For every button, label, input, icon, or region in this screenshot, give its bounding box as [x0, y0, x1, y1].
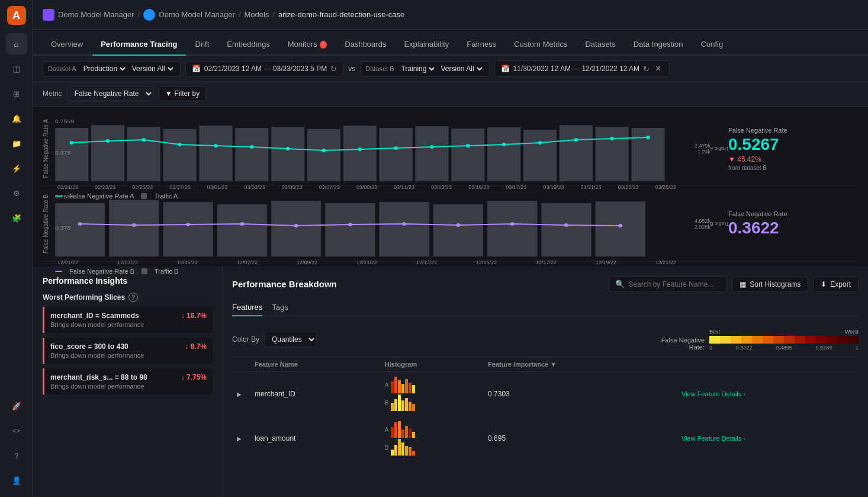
chart-b-legend: False Negative Rate B Traffic B: [55, 265, 679, 277]
chart-b-canvas: 0.7559 0.378 12/01/2212/03/2212/05/2212/…: [55, 191, 679, 256]
refresh-icon-a[interactable]: ↻: [330, 65, 337, 73]
tab-tags[interactable]: Tags: [272, 299, 288, 316]
svg-rect-37: [109, 200, 159, 256]
dataset-b-filter: Dataset B Training Version All: [360, 61, 489, 76]
sidebar-item-home[interactable]: ⌂: [6, 33, 27, 54]
svg-point-31: [574, 138, 578, 142]
expand-cell-0[interactable]: ▶: [232, 372, 250, 416]
svg-rect-14: [560, 125, 593, 181]
dataset-a-env-select[interactable]: Production: [81, 64, 127, 73]
tab-embeddings[interactable]: Embeddings: [218, 34, 278, 56]
chart-a-stat-value: 0.5267: [728, 135, 779, 154]
charts-area: False Negative Rate A: [33, 107, 868, 267]
view-feature-details-link-0[interactable]: View Feature Details ›: [681, 390, 854, 397]
svg-point-23: [286, 147, 290, 150]
search-input[interactable]: [628, 280, 721, 288]
view-feature-details-link-1[interactable]: View Feature Details ›: [681, 435, 854, 442]
chart-b-y-right-label: Traffic B: [709, 221, 729, 227]
tab-overview[interactable]: Overview: [43, 34, 91, 56]
svg-rect-3: [163, 129, 197, 181]
svg-point-53: [402, 222, 406, 226]
svg-rect-6: [271, 127, 304, 181]
breadcrumb-section[interactable]: Models: [245, 10, 269, 19]
chart-a-canvas: 0.7559 0.378 02/21/2302/23/2302/25/2302/…: [55, 116, 679, 181]
svg-rect-39: [217, 204, 267, 256]
sidebar-item-lightning[interactable]: ⚡: [6, 158, 27, 179]
sidebar-item-help[interactable]: ?: [6, 445, 27, 466]
chart-b-container: False Negative Rate B: [43, 187, 859, 262]
svg-text:0.378: 0.378: [55, 225, 71, 231]
sidebar-item-bell[interactable]: 🔔: [6, 108, 27, 129]
svg-point-56: [564, 223, 568, 227]
colorby-select[interactable]: Quantiles: [264, 332, 317, 347]
heatmap-scale: Best Worst: [709, 329, 859, 351]
svg-point-51: [294, 224, 298, 227]
sidebar-item-rocket[interactable]: 🚀: [6, 395, 27, 416]
th-histogram: Histogram: [380, 357, 483, 372]
expand-cell-1[interactable]: ▶: [232, 416, 250, 461]
help-tooltip-icon[interactable]: ?: [128, 293, 138, 302]
sidebar-item-folder[interactable]: 📁: [6, 133, 27, 154]
tab-features[interactable]: Features: [232, 299, 262, 316]
svg-point-55: [510, 222, 515, 226]
svg-point-57: [618, 224, 622, 227]
chart-a-y-label: False Negative Rate A: [43, 119, 49, 178]
legend-bar-b: [142, 268, 147, 274]
legend-line-b: [55, 271, 62, 272]
svg-point-49: [186, 223, 190, 226]
svg-point-18: [105, 139, 110, 143]
sort-histograms-button[interactable]: ▦ Sort Histograms: [732, 277, 808, 292]
slice-delta-1: ↓ 8.7%: [185, 342, 207, 351]
app-logo[interactable]: A: [7, 6, 26, 25]
breadcrumb-workspace[interactable]: Demo Model Manager: [58, 10, 134, 19]
dataset-a-date-label: 02/21/2023 12 AM — 03/23/2023 5 PM: [204, 65, 327, 73]
tab-datasets[interactable]: Datasets: [577, 34, 623, 56]
tab-dashboards[interactable]: Dashboards: [336, 34, 394, 56]
vs-label: vs: [348, 65, 355, 73]
chart-b-y-label: False Negative Rate B: [43, 194, 49, 254]
breadcrumb-model-manager[interactable]: Demo Model Manager: [159, 10, 235, 19]
slice-name-0: merchant_ID = Scammeds: [50, 312, 144, 320]
slice-item-1: fico_score = 300 to 430 Brings down mode…: [43, 338, 213, 364]
export-button[interactable]: ⬇ Export: [813, 277, 859, 292]
chart-b-stat-value: 0.3622: [728, 219, 779, 238]
svg-point-30: [538, 141, 542, 145]
refresh-icon-b[interactable]: ↻: [643, 65, 650, 73]
breakdown-header: Performance Breakdown 🔍 ▦ Sort Histogram…: [232, 276, 859, 292]
metric-select[interactable]: False Negative Rate: [67, 86, 154, 101]
close-dataset-b-button[interactable]: ×: [653, 63, 663, 74]
tab-performance-tracing[interactable]: Performance Tracing: [92, 34, 185, 56]
svg-rect-4: [199, 126, 232, 181]
chart-a-stat-delta: ▼ 45.42%: [728, 155, 761, 163]
sidebar-item-layers[interactable]: ◫: [6, 58, 27, 79]
breakdown-tabs: Features Tags: [232, 299, 859, 316]
svg-rect-1: [91, 125, 124, 181]
sidebar-item-grid[interactable]: ⊞: [6, 83, 27, 104]
colorby-heatmap-row: Color By Quantiles False Negative Rate: …: [232, 323, 859, 357]
chevron-right-icon-0: ›: [743, 390, 745, 397]
sidebar: A ⌂ ◫ ⊞ 🔔 📁 ⚡ ⚙ 🧩 🚀 <> ? 👤: [0, 0, 33, 497]
expand-button-1[interactable]: ▶: [237, 435, 242, 442]
svg-point-54: [456, 223, 460, 227]
sidebar-item-user[interactable]: 👤: [6, 470, 27, 491]
tab-custom-metrics[interactable]: Custom Metrics: [506, 34, 576, 56]
sidebar-item-puzzle[interactable]: 🧩: [6, 207, 27, 229]
tab-config[interactable]: Config: [693, 34, 732, 56]
tab-monitors[interactable]: Monitors!: [279, 34, 336, 56]
dataset-a-version-select[interactable]: Version All: [130, 64, 175, 73]
svg-point-24: [322, 149, 326, 152]
dataset-a-date-range: 📅 02/21/2023 12 AM — 03/23/2023 5 PM ↻: [185, 62, 344, 76]
tab-fairness[interactable]: Fairness: [458, 34, 504, 56]
filter-by-button[interactable]: ▼ Filter by: [159, 86, 207, 101]
sidebar-item-code[interactable]: <>: [6, 420, 27, 441]
expand-button-0[interactable]: ▶: [237, 391, 242, 397]
dataset-b-version-select[interactable]: Version All: [439, 64, 484, 73]
tab-data-ingestion[interactable]: Data Ingestion: [625, 34, 692, 56]
svg-rect-44: [487, 201, 537, 256]
svg-rect-41: [325, 203, 375, 256]
tab-drift[interactable]: Drift: [187, 34, 218, 56]
svg-rect-2: [127, 127, 160, 181]
tab-explainability[interactable]: Explainability: [396, 34, 457, 56]
sidebar-item-settings[interactable]: ⚙: [6, 182, 27, 204]
dataset-b-env-select[interactable]: Training: [399, 64, 436, 73]
